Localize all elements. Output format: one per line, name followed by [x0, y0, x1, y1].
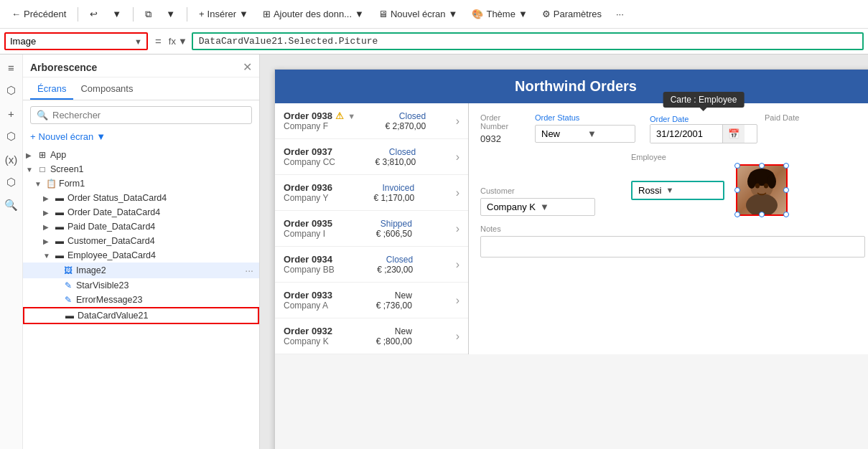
list-item-right: Closed € 2;870,00 — [386, 111, 426, 131]
datacard-icon-4: ▬ — [54, 236, 65, 246]
field-customer: Customer Company K ▼ — [480, 186, 610, 216]
list-item[interactable]: Order 0937 Company CC Closed € 3;810,00 … — [275, 139, 468, 175]
tree-item-employee[interactable]: ▼ ▬ Employee_DataCard4 — [23, 248, 259, 263]
list-item-right: New € ;800,00 — [376, 326, 412, 346]
order-status-value: New — [541, 128, 583, 139]
list-item[interactable]: Order 0936 Company Y Invoiced € 1;170,00… — [275, 175, 468, 211]
dropdown-arrow-icon: ▼ — [178, 36, 187, 47]
order-amount: € ;230,00 — [377, 265, 413, 275]
formula-input[interactable] — [193, 34, 862, 49]
tree-item-errormessage[interactable]: ✎ ErrorMessage23 — [23, 293, 259, 307]
list-item[interactable]: Order 0934 Company BB Closed € ;230,00 › — [275, 247, 468, 283]
tree-item-image2[interactable]: 🖼 Image2 ··· — [23, 263, 259, 278]
copy-button[interactable]: ⧉ — [139, 6, 157, 23]
left-icon-strip: ≡ ⬡ + ⬡ (x) ⬡ 🔍 — [0, 55, 23, 449]
search-icon[interactable]: 🔍 — [3, 197, 20, 214]
list-arrow-icon: › — [456, 330, 459, 343]
insert-label: Insérer — [207, 9, 236, 19]
order-number-label: Order Number — [480, 113, 528, 131]
order-status-label: Order Status — [535, 113, 643, 122]
star-visible-icon: ✎ — [62, 280, 74, 290]
order-name: Order 0932 — [284, 326, 332, 336]
employee-dropdown[interactable]: Rossi ▼ — [631, 181, 724, 200]
tree-chevron-form1: ▼ — [34, 180, 43, 188]
calendar-icon[interactable]: 📅 — [722, 125, 745, 143]
tree-item-paid-date[interactable]: ▶ ▬ Paid Date_DataCard4 — [23, 219, 259, 234]
sidebar-close-button[interactable]: ✕ — [243, 60, 252, 74]
order-company: Company I — [284, 229, 332, 239]
media-icon[interactable]: ⬡ — [3, 174, 20, 191]
order-amount: € ;606,50 — [376, 229, 412, 239]
tab-screens[interactable]: Écrans — [30, 80, 73, 100]
paid-date-label: Paid Date — [765, 113, 865, 122]
order-amount: € 1;170,00 — [373, 193, 414, 203]
tab-components[interactable]: Composants — [73, 80, 140, 100]
layers-icon[interactable]: ⬡ — [3, 82, 20, 99]
more-button[interactable]: ··· — [610, 6, 630, 22]
element-selector[interactable]: Image — [6, 34, 130, 49]
separator-3 — [187, 7, 187, 22]
tree-item-form1[interactable]: ▼ 📋 Form1 — [23, 176, 259, 191]
form-row-3: Notes — [480, 225, 865, 257]
tree-item-order-status[interactable]: ▶ ▬ Order Status_DataCard4 — [23, 191, 259, 205]
tree-item-order-date[interactable]: ▶ ▬ Order Date_DataCard4 — [23, 205, 259, 219]
list-item[interactable]: Order 0933 Company A New € ;736,00 › — [275, 283, 468, 318]
handle-bottom-left[interactable] — [734, 212, 740, 217]
tree-chevron-order-date: ▶ — [43, 209, 52, 217]
search-input[interactable] — [52, 110, 246, 120]
tree-item-starvisible[interactable]: ✎ StarVisible23 — [23, 278, 259, 293]
tree-dots-image2[interactable]: ··· — [245, 265, 253, 276]
order-amount: € 2;870,00 — [386, 121, 426, 131]
settings-button[interactable]: ⚙ Paramètres — [536, 6, 607, 22]
handle-middle-left[interactable] — [734, 187, 740, 193]
handle-top-right[interactable] — [783, 163, 789, 169]
sidebar-wrapper: Arborescence ✕ Écrans Composants 🔍 + Nou… — [23, 55, 260, 449]
add-data-button[interactable]: ⊞ Ajouter des donn... ▼ — [257, 6, 370, 22]
tree-item-screen1[interactable]: ▼ □ Screen1 — [23, 162, 259, 176]
undo-dropdown[interactable]: ▼ — [106, 6, 127, 22]
datacard-icon-1: ▬ — [54, 193, 65, 203]
add-icon[interactable]: + — [3, 105, 20, 122]
handle-middle-right[interactable] — [783, 187, 789, 193]
svg-point-5 — [755, 184, 760, 189]
order-status-dropdown[interactable]: New ▼ — [535, 125, 635, 143]
employee-avatar — [737, 166, 786, 214]
handle-top-left[interactable] — [734, 163, 740, 169]
customer-dropdown[interactable]: Company K ▼ — [480, 198, 595, 216]
list-item[interactable]: Order 0935 Company I Shipped € ;606,50 › — [275, 211, 468, 247]
equals-sign: = — [152, 35, 164, 47]
new-screen-button[interactable]: 🖥 Nouvel écran ▼ — [373, 6, 463, 22]
insert-button[interactable]: + Insérer ▼ — [193, 6, 254, 22]
order-date-input[interactable] — [650, 125, 722, 143]
nw-app-header: Northwind Orders — [275, 70, 868, 103]
field-employee-group: Employee Rossi ▼ — [631, 153, 788, 216]
employee-label: Employee — [631, 153, 788, 161]
undo-button[interactable]: ↩ — [84, 6, 103, 22]
handle-bottom-center[interactable] — [759, 212, 765, 217]
list-item[interactable]: Order 0938 ⚠ ▼ Company F Closed € 2;870,… — [275, 103, 468, 139]
screen-icon: □ — [37, 164, 48, 174]
handle-bottom-right[interactable] — [783, 212, 789, 217]
tree-item-datacardvalue21[interactable]: ▬ DataCardValue21 — [23, 307, 259, 324]
order-amount: € ;800,00 — [376, 336, 412, 346]
variables-icon[interactable]: (x) — [3, 151, 20, 168]
list-item[interactable]: Order 0932 Company K New € ;800,00 › — [275, 318, 468, 354]
copy-dropdown[interactable]: ▼ — [160, 6, 181, 22]
notes-input[interactable] — [480, 236, 865, 257]
theme-label: Thème — [486, 9, 515, 19]
nw-app-title: Northwind Orders — [515, 78, 637, 94]
handle-top-center[interactable] — [759, 163, 765, 169]
warn-icon: ⚠ — [335, 110, 344, 121]
selector-arrow-icon: ▼ — [130, 37, 146, 46]
back-button[interactable]: ← Précédent — [6, 6, 72, 22]
new-screen-link[interactable]: + Nouvel écran ▼ — [23, 130, 259, 146]
tree-item-customer[interactable]: ▶ ▬ Customer_DataCard4 — [23, 234, 259, 248]
theme-button[interactable]: 🎨 Thème ▼ — [466, 6, 533, 22]
field-paid-date: Paid Date — [765, 113, 865, 122]
new-screen-link-arrow: ▼ — [96, 131, 106, 142]
error-message-icon: ✎ — [62, 295, 74, 305]
toolbar: ← Précédent ↩ ▼ ⧉ ▼ + Insérer ▼ ⊞ Ajoute… — [0, 0, 868, 29]
data-icon[interactable]: ⬡ — [3, 128, 20, 145]
tree-item-app[interactable]: ▶ ⊞ App — [23, 148, 259, 162]
hamburger-icon[interactable]: ≡ — [3, 59, 20, 76]
